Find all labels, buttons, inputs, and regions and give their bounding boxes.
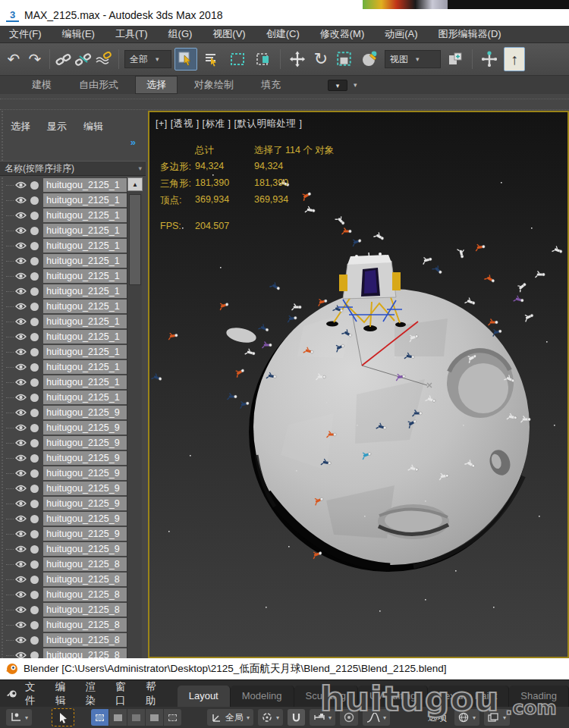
object-row[interactable]: huitugou_2125_1 bbox=[0, 268, 127, 284]
object-row[interactable]: huitugou_2125_1 bbox=[0, 208, 127, 223]
blender-menu-item[interactable]: 文件 bbox=[25, 680, 37, 708]
selectable-dot-icon[interactable] bbox=[30, 181, 39, 190]
ribbon-minimize-icon[interactable]: ▾ bbox=[354, 81, 357, 89]
view-object-types-dropdown[interactable]: ▾ bbox=[454, 709, 479, 726]
workspace-tab-uv-editing[interactable]: UV Editing bbox=[358, 686, 428, 707]
max-menu-item[interactable]: 组(G) bbox=[168, 27, 193, 41]
object-row[interactable]: huitugou_2125_8 bbox=[0, 572, 127, 587]
visibility-eye-icon[interactable] bbox=[15, 196, 27, 204]
visibility-eye-icon[interactable] bbox=[15, 378, 27, 386]
selectable-dot-icon[interactable] bbox=[30, 242, 39, 250]
object-row[interactable]: huitugou_2125_9 bbox=[0, 481, 127, 496]
workspace-tab-layout[interactable]: Layout bbox=[178, 686, 231, 707]
use-pivot-center-button[interactable] bbox=[444, 48, 467, 71]
object-row[interactable]: huitugou_2125_1 bbox=[0, 314, 127, 329]
object-name[interactable]: huitugou_2125_1 bbox=[43, 345, 127, 359]
viewport-gizmos-dropdown[interactable]: ▾ bbox=[484, 709, 510, 726]
scroll-up-button[interactable]: ▲ bbox=[127, 177, 143, 191]
object-name[interactable]: huitugou_2125_1 bbox=[43, 284, 127, 298]
transform-orientation-dropdown[interactable]: 全局 ▾ bbox=[207, 709, 253, 726]
object-name[interactable]: huitugou_2125_9 bbox=[43, 451, 127, 465]
selectable-dot-icon[interactable] bbox=[30, 409, 39, 417]
selectable-dot-icon[interactable] bbox=[30, 363, 39, 372]
visibility-eye-icon[interactable] bbox=[15, 636, 27, 644]
visibility-eye-icon[interactable] bbox=[15, 409, 27, 416]
object-name[interactable]: huitugou_2125_8 bbox=[43, 573, 127, 586]
blender-menu-item[interactable]: 渲染 bbox=[86, 680, 98, 708]
visibility-eye-icon[interactable] bbox=[15, 333, 27, 340]
object-row[interactable]: huitugou_2125_1 bbox=[0, 359, 127, 375]
object-row[interactable]: huitugou_2125_9 bbox=[0, 526, 127, 541]
visibility-eye-icon[interactable] bbox=[15, 439, 27, 447]
proportional-falloff-dropdown[interactable]: ▾ bbox=[363, 709, 390, 726]
panel-tab-编辑[interactable]: 编辑 bbox=[83, 120, 103, 133]
max-menu-item[interactable]: 工具(T) bbox=[115, 27, 148, 41]
select-mode-invert[interactable] bbox=[146, 709, 163, 726]
sort-by-name-header[interactable]: 名称(按降序排序) ▾ bbox=[0, 161, 146, 176]
select-and-scale-button[interactable] bbox=[333, 48, 356, 71]
object-row[interactable]: huitugou_2125_1 bbox=[0, 329, 127, 344]
editor-type-selector[interactable]: ▾ bbox=[6, 709, 32, 726]
viewport-label[interactable]: [+] [透视 ] [标准 ] [默认明暗处理 ] bbox=[156, 118, 302, 130]
pivot-point-dropdown[interactable]: ▾ bbox=[258, 709, 283, 726]
visibility-eye-icon[interactable] bbox=[15, 530, 27, 538]
select-mode-intersect[interactable] bbox=[164, 709, 181, 726]
object-row[interactable]: huitugou_2125_9 bbox=[0, 450, 127, 466]
selectable-dot-icon[interactable] bbox=[30, 257, 39, 265]
ribbon-tab-对象绘制[interactable]: 对象绘制 bbox=[184, 77, 244, 93]
object-name[interactable]: huitugou_2125_1 bbox=[43, 330, 127, 344]
visibility-eye-icon[interactable] bbox=[15, 515, 27, 522]
object-row[interactable]: huitugou_2125_8 bbox=[0, 557, 127, 572]
object-name[interactable]: huitugou_2125_1 bbox=[43, 375, 127, 389]
blender-menu-item[interactable]: 帮助 bbox=[146, 680, 158, 708]
select-mode-extend[interactable] bbox=[109, 709, 127, 726]
object-row[interactable]: huitugou_2125_1 bbox=[0, 390, 127, 405]
select-and-move-button[interactable] bbox=[286, 48, 309, 71]
object-name[interactable]: huitugou_2125_1 bbox=[43, 391, 127, 404]
selectable-dot-icon[interactable] bbox=[30, 560, 39, 569]
object-row[interactable]: huitugou_2125_8 bbox=[0, 602, 127, 617]
visibility-eye-icon[interactable] bbox=[15, 560, 27, 568]
visibility-eye-icon[interactable] bbox=[15, 469, 27, 477]
visibility-eye-icon[interactable] bbox=[15, 242, 27, 249]
object-name[interactable]: huitugou_2125_9 bbox=[43, 406, 127, 419]
object-name[interactable]: huitugou_2125_8 bbox=[43, 588, 127, 601]
reference-coordinate-dropdown[interactable]: 视图▾ bbox=[385, 50, 441, 68]
object-name[interactable]: huitugou_2125_9 bbox=[43, 542, 127, 556]
object-name[interactable]: huitugou_2125_1 bbox=[43, 224, 127, 237]
select-mode-subtract[interactable] bbox=[127, 709, 145, 726]
visibility-eye-icon[interactable] bbox=[15, 621, 27, 629]
object-row[interactable]: huitugou_2125_1 bbox=[0, 299, 127, 314]
selectable-dot-icon[interactable] bbox=[30, 333, 39, 341]
redo-icon[interactable]: ↷ bbox=[26, 52, 44, 67]
options-button[interactable]: 选项 bbox=[425, 711, 450, 724]
ribbon-tab-自由形式[interactable]: 自由形式 bbox=[68, 77, 129, 93]
panel-tab-选择[interactable]: 选择 bbox=[11, 120, 30, 133]
object-row[interactable]: huitugou_2125_9 bbox=[0, 496, 127, 511]
scrollbar-thumb[interactable] bbox=[129, 194, 141, 285]
perspective-viewport[interactable]: [+] [透视 ] [标准 ] [默认明暗处理 ] 总计 选择了 114 个 对… bbox=[148, 111, 569, 658]
ribbon-tab-建模[interactable]: 建模 bbox=[21, 77, 62, 93]
object-name[interactable]: huitugou_2125_1 bbox=[43, 178, 127, 192]
object-name[interactable]: huitugou_2125_9 bbox=[43, 512, 127, 526]
object-name[interactable]: huitugou_2125_9 bbox=[43, 482, 127, 495]
max-menu-item[interactable]: 创建(C) bbox=[266, 27, 300, 41]
object-row[interactable]: huitugou_2125_1 bbox=[0, 375, 127, 390]
visibility-eye-icon[interactable] bbox=[15, 500, 27, 507]
object-name[interactable]: huitugou_2125_8 bbox=[43, 557, 127, 571]
object-name[interactable]: huitugou_2125_9 bbox=[43, 497, 127, 510]
object-row[interactable]: huitugou_2125_9 bbox=[0, 420, 127, 435]
visibility-eye-icon[interactable] bbox=[15, 181, 27, 189]
ribbon-tab-填充[interactable]: 填充 bbox=[250, 77, 291, 93]
workspace-tab-sculpting[interactable]: Sculpting bbox=[294, 686, 358, 707]
object-row[interactable]: huitugou_2125_8 bbox=[0, 587, 127, 602]
object-row[interactable]: huitugou_2125_1 bbox=[0, 177, 127, 193]
object-name[interactable]: huitugou_2125_1 bbox=[43, 315, 127, 328]
object-name[interactable]: huitugou_2125_9 bbox=[43, 421, 127, 435]
object-name[interactable]: huitugou_2125_1 bbox=[43, 239, 127, 253]
max-menu-item[interactable]: 视图(V) bbox=[212, 27, 245, 41]
object-list-scrollbar[interactable]: ▲ bbox=[127, 177, 142, 658]
visibility-eye-icon[interactable] bbox=[15, 545, 27, 553]
max-menu-item[interactable]: 图形编辑器(D) bbox=[439, 27, 501, 41]
selectable-dot-icon[interactable] bbox=[30, 196, 39, 205]
